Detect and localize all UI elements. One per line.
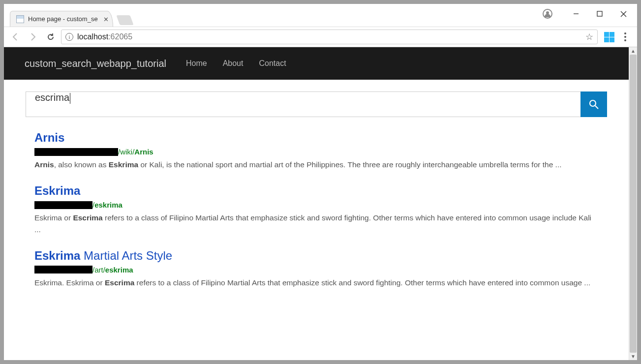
redacted-block [34, 201, 92, 209]
favicon-icon [16, 15, 24, 23]
forward-button[interactable] [26, 30, 40, 44]
brand[interactable]: custom_search_webapp_tutorial [25, 58, 166, 69]
titlebar: Home page - custom_se ✕ [4, 4, 637, 27]
results-list: Arnis/wiki/ArnisArnis, also known as Esk… [26, 131, 607, 288]
bookmark-star-icon[interactable]: ☆ [585, 31, 593, 42]
url-port: :62065 [108, 32, 132, 41]
result-snippet: Eskrima or Escrima refers to a class of … [34, 212, 598, 235]
windows-logo-icon [604, 32, 614, 42]
site-info-icon[interactable]: i [65, 33, 73, 41]
result-snippet: Arnis, also known as Eskrima or Kali, is… [34, 159, 598, 170]
search-result: Eskrima/eskrimaEskrima or Escrima refers… [34, 184, 598, 235]
browser-menu-button[interactable] [617, 32, 633, 41]
result-title[interactable]: Eskrima Martial Arts Style [34, 249, 598, 263]
search-button[interactable] [580, 91, 607, 117]
scroll-down-icon[interactable]: ▼ [631, 354, 636, 359]
search-input[interactable]: escrima [26, 92, 580, 117]
search-result: Arnis/wiki/ArnisArnis, also known as Esk… [34, 131, 598, 170]
result-snippet: Eskrima. Eskrima or Escrima refers to a … [34, 277, 598, 288]
app-navbar: custom_search_webapp_tutorial Home About… [4, 47, 629, 80]
page: custom_search_webapp_tutorial Home About… [4, 47, 629, 360]
main-container: escrima Arnis/wiki/ArnisArnis, also know… [4, 80, 629, 314]
tabs-row: Home page - custom_se ✕ [4, 4, 132, 27]
svg-line-5 [595, 106, 598, 109]
result-title[interactable]: Arnis [34, 131, 598, 145]
account-icon[interactable] [543, 9, 552, 19]
address-bar-row: i localhost:62065 ☆ [4, 27, 637, 47]
search-bar: escrima [26, 91, 607, 117]
scroll-up-icon[interactable]: ▲ [631, 48, 636, 54]
new-tab-button[interactable] [116, 15, 133, 25]
svg-point-4 [590, 100, 596, 106]
minimize-button[interactable] [564, 4, 588, 24]
scrollbar[interactable]: ▲ ▼ [629, 47, 637, 360]
result-title[interactable]: Eskrima [34, 184, 598, 198]
scroll-thumb[interactable] [630, 55, 637, 353]
browser-window: Home page - custom_se ✕ [4, 4, 637, 360]
result-url[interactable]: /eskrima [34, 201, 598, 209]
search-icon [588, 98, 600, 110]
redacted-block [34, 266, 92, 273]
result-url[interactable]: /wiki/Arnis [34, 148, 598, 156]
search-result: Eskrima Martial Arts Style/art/eskrimaEs… [34, 249, 598, 288]
search-query-text: escrima [35, 92, 69, 103]
nav-link-about[interactable]: About [223, 59, 244, 68]
redacted-block [34, 148, 118, 156]
browser-tab[interactable]: Home page - custom_se ✕ [10, 11, 113, 27]
extension-icon[interactable] [604, 31, 614, 42]
back-button[interactable] [8, 30, 23, 44]
url-host: localhost [77, 32, 108, 41]
result-url[interactable]: /art/eskrima [34, 266, 598, 274]
tab-title: Home page - custom_se [28, 15, 98, 23]
reload-button[interactable] [43, 30, 58, 44]
maximize-button[interactable] [588, 4, 611, 24]
tab-close-icon[interactable]: ✕ [103, 15, 109, 23]
window-controls [543, 4, 637, 24]
content-outer: custom_search_webapp_tutorial Home About… [4, 47, 637, 360]
close-window-button[interactable] [611, 4, 635, 24]
svg-rect-1 [597, 11, 602, 16]
nav-link-contact[interactable]: Contact [259, 59, 286, 68]
address-bar[interactable]: i localhost:62065 ☆ [61, 30, 598, 44]
text-caret [70, 93, 70, 104]
nav-link-home[interactable]: Home [186, 59, 207, 68]
